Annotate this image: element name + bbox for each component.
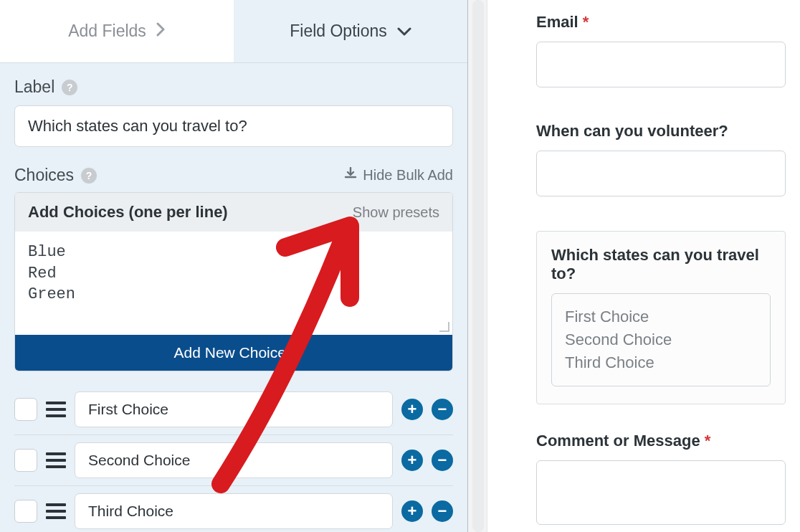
add-choice-button[interactable] bbox=[401, 500, 423, 522]
states-label: Which states can you travel to? bbox=[551, 246, 771, 283]
tab-field-options[interactable]: Field Options bbox=[234, 0, 467, 62]
required-indicator: * bbox=[705, 432, 711, 450]
chevron-right-icon bbox=[156, 22, 166, 41]
volunteer-input[interactable] bbox=[536, 151, 786, 196]
bulk-add-box: Add Choices (one per line) Show presets … bbox=[14, 192, 453, 371]
add-new-choices-button[interactable]: Add New Choices bbox=[15, 335, 452, 371]
tab-add-fields[interactable]: Add Fields bbox=[0, 0, 234, 62]
panel-body: Label ? Choices ? Hide Bulk Add Add Choi… bbox=[0, 63, 467, 532]
add-choice-button[interactable] bbox=[401, 399, 423, 420]
email-input[interactable] bbox=[536, 42, 786, 87]
hide-bulk-add-label: Hide Bulk Add bbox=[363, 167, 453, 184]
tab-field-options-label: Field Options bbox=[290, 22, 387, 41]
preview-field-email[interactable]: Email * bbox=[536, 13, 786, 87]
chevron-down-icon bbox=[397, 22, 411, 41]
help-icon[interactable]: ? bbox=[81, 168, 97, 184]
choice-row bbox=[14, 435, 453, 486]
label-title: Label bbox=[14, 77, 54, 97]
comment-textarea[interactable] bbox=[536, 460, 786, 525]
volunteer-label: When can you volunteer? bbox=[536, 122, 786, 141]
hide-bulk-add-link[interactable]: Hide Bulk Add bbox=[344, 167, 453, 184]
choice-input[interactable] bbox=[75, 391, 393, 427]
drag-handle-icon[interactable] bbox=[46, 402, 66, 417]
choices-title: Choices bbox=[14, 166, 74, 185]
preview-choice: Third Choice bbox=[565, 351, 757, 374]
bulk-add-textarea[interactable] bbox=[15, 232, 452, 332]
choice-default-checkbox[interactable] bbox=[14, 500, 37, 523]
comment-label: Comment or Message * bbox=[536, 432, 786, 450]
choice-default-checkbox[interactable] bbox=[14, 398, 37, 421]
required-indicator: * bbox=[583, 13, 589, 31]
show-presets-link[interactable]: Show presets bbox=[353, 204, 439, 221]
help-icon[interactable]: ? bbox=[62, 80, 77, 95]
preview-field-comment[interactable]: Comment or Message * bbox=[536, 432, 786, 525]
remove-choice-button[interactable] bbox=[432, 450, 453, 471]
panel-divider[interactable] bbox=[467, 0, 487, 532]
choice-list bbox=[14, 384, 453, 532]
states-choice-preview: First Choice Second Choice Third Choice bbox=[551, 293, 771, 386]
preview-field-states[interactable]: Which states can you travel to? First Ch… bbox=[536, 231, 786, 404]
remove-choice-button[interactable] bbox=[432, 399, 453, 420]
field-options-panel: Add Fields Field Options Label ? Choices… bbox=[0, 0, 467, 532]
choice-row bbox=[14, 384, 453, 435]
choice-default-checkbox[interactable] bbox=[14, 449, 37, 472]
choice-input[interactable] bbox=[75, 442, 393, 478]
choices-header: Choices ? Hide Bulk Add bbox=[14, 166, 453, 185]
label-input[interactable] bbox=[14, 105, 453, 147]
remove-choice-button[interactable] bbox=[432, 500, 453, 522]
preview-choice: Second Choice bbox=[565, 328, 757, 351]
drag-handle-icon[interactable] bbox=[46, 452, 66, 468]
bulk-add-title: Add Choices (one per line) bbox=[28, 203, 228, 222]
form-preview: Email * When can you volunteer? Which st… bbox=[487, 0, 800, 532]
preview-field-volunteer[interactable]: When can you volunteer? bbox=[536, 122, 786, 196]
choice-input[interactable] bbox=[75, 493, 393, 529]
choice-row bbox=[14, 486, 453, 532]
preview-choice: First Choice bbox=[565, 305, 757, 328]
tab-add-fields-label: Add Fields bbox=[68, 22, 146, 41]
email-label: Email * bbox=[536, 13, 786, 32]
drag-handle-icon[interactable] bbox=[46, 503, 66, 519]
download-icon bbox=[344, 167, 357, 184]
add-choice-button[interactable] bbox=[401, 450, 423, 471]
panel-tabs: Add Fields Field Options bbox=[0, 0, 467, 63]
label-row: Label ? bbox=[14, 77, 453, 97]
